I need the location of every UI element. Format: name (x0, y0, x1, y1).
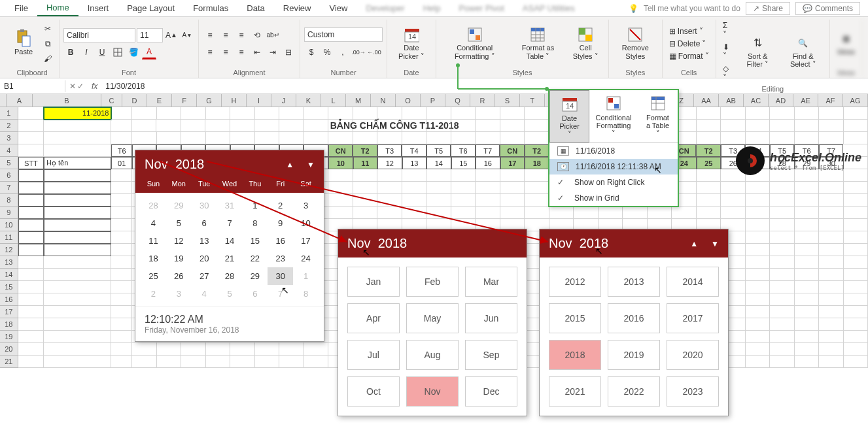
cell[interactable] (44, 132, 111, 144)
calendar-day[interactable]: 24 (293, 250, 319, 267)
column-header[interactable]: C (101, 94, 122, 107)
cell[interactable] (402, 107, 427, 120)
cell[interactable] (44, 343, 111, 356)
cell[interactable] (844, 182, 868, 194)
calendar-day[interactable]: 21 (217, 250, 243, 267)
cell[interactable] (230, 343, 255, 356)
dropdown-menu-item[interactable]: 🕐11/16/2018 12:11:38 AM (549, 159, 678, 174)
cell[interactable] (230, 120, 254, 132)
cell[interactable] (500, 194, 525, 207)
column-header[interactable]: AG (843, 94, 868, 107)
cell[interactable] (844, 343, 868, 356)
calendar-month-cell[interactable]: Aug (406, 340, 459, 370)
cell[interactable] (770, 331, 795, 343)
calendar-day[interactable]: 5 (217, 285, 243, 303)
cell[interactable] (500, 120, 525, 132)
cell[interactable] (549, 207, 574, 219)
calendar-month-cell[interactable]: Mar (465, 267, 517, 297)
cell[interactable] (819, 244, 844, 256)
column-header[interactable]: AE (793, 94, 818, 107)
column-header[interactable]: AF (818, 94, 843, 107)
column-header[interactable]: R (470, 94, 495, 107)
cell[interactable] (476, 169, 500, 182)
cell[interactable] (44, 331, 111, 343)
cell[interactable] (205, 120, 230, 132)
cell[interactable] (746, 293, 771, 306)
font-color-button[interactable]: A (142, 45, 156, 59)
cell[interactable] (18, 269, 44, 281)
cell[interactable] (402, 169, 427, 182)
currency-button[interactable]: $ (304, 45, 319, 59)
cell[interactable] (819, 182, 844, 194)
column-header[interactable]: Q (445, 94, 470, 107)
cell[interactable] (44, 194, 111, 207)
cell[interactable] (819, 207, 844, 219)
cell[interactable] (844, 231, 868, 244)
cell[interactable] (328, 107, 353, 120)
cell[interactable] (402, 207, 427, 219)
cell[interactable] (697, 132, 721, 144)
align-left-button[interactable]: ≡ (203, 45, 217, 59)
row-header[interactable]: 11 (0, 231, 18, 244)
cell[interactable] (746, 120, 770, 132)
cell[interactable] (819, 269, 844, 281)
cell[interactable] (648, 207, 672, 219)
cell[interactable] (157, 356, 182, 368)
copy-button[interactable]: ⧉ (41, 37, 55, 51)
cell[interactable] (721, 120, 745, 132)
cell[interactable] (451, 132, 476, 144)
dropdown-format-table-button[interactable]: Format a Table ˅ (638, 90, 678, 142)
cell[interactable] (746, 331, 771, 343)
cell[interactable] (819, 231, 844, 244)
cell[interactable] (255, 343, 280, 356)
cell[interactable] (770, 132, 795, 144)
calendar-month-cell[interactable]: May (406, 303, 459, 333)
fx-icon[interactable]: fx (88, 82, 101, 91)
cell[interactable] (18, 318, 44, 331)
cell[interactable]: 25 (697, 157, 721, 169)
calendar-month-cell[interactable]: Jun (465, 303, 517, 333)
column-header[interactable]: AD (769, 94, 793, 107)
cell[interactable] (599, 207, 623, 219)
column-header[interactable]: E (147, 94, 172, 107)
cell[interactable] (304, 107, 329, 120)
cell[interactable] (746, 306, 771, 318)
cell[interactable] (770, 182, 795, 194)
cell[interactable] (451, 169, 476, 182)
calendar-year-cell[interactable]: 2020 (667, 340, 719, 370)
column-header[interactable]: D (122, 94, 147, 107)
cell[interactable]: T7 (476, 144, 500, 157)
cell[interactable] (819, 356, 844, 368)
cell[interactable] (328, 194, 353, 207)
dropdown-cond-fmt-button[interactable]: Conditional Formatting ˅ (589, 90, 638, 142)
cell[interactable] (426, 169, 451, 182)
calendar-year-title[interactable]: Nov 2018 (549, 236, 690, 251)
cell[interactable] (476, 120, 500, 132)
cell[interactable] (328, 132, 353, 144)
cell[interactable] (353, 207, 378, 219)
calendar-day[interactable]: 6 (242, 285, 268, 303)
cell[interactable] (770, 231, 795, 244)
cell[interactable] (795, 281, 820, 293)
cell[interactable] (328, 182, 353, 194)
row-header[interactable]: 7 (0, 182, 18, 194)
italic-button[interactable]: I (79, 45, 94, 59)
cell[interactable] (746, 207, 771, 219)
cell[interactable] (255, 132, 280, 144)
calendar-day[interactable]: 15 (242, 232, 268, 250)
cell[interactable] (304, 120, 328, 132)
calendar-day[interactable]: 29 (242, 267, 268, 285)
calendar-month-cell[interactable]: Oct (347, 376, 400, 407)
column-header[interactable]: AB (719, 94, 744, 107)
column-header[interactable]: S (495, 94, 520, 107)
dropdown-menu-item[interactable]: ✓Show in Grid (549, 190, 678, 206)
row-header[interactable]: 16 (0, 293, 18, 306)
calendar-year-cell[interactable]: 2015 (549, 303, 601, 333)
column-header[interactable]: I (247, 94, 271, 107)
cell[interactable] (770, 356, 795, 368)
cell[interactable] (377, 169, 402, 182)
calendar-year-cell[interactable]: 2012 (549, 267, 601, 297)
cell[interactable] (795, 132, 820, 144)
cell[interactable] (819, 219, 844, 231)
cell[interactable] (44, 293, 111, 306)
